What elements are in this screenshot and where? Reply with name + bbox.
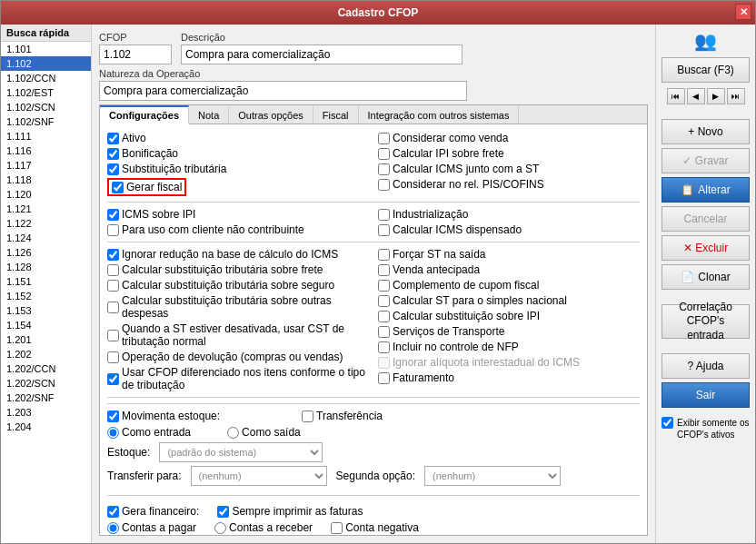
sidebar-item[interactable]: 1.101 bbox=[1, 42, 91, 56]
check-calc-st-despesas[interactable]: Calcular substituição tributária sobre o… bbox=[107, 294, 369, 320]
clonar-button[interactable]: 📄 Clonar bbox=[662, 264, 750, 290]
alterar-button[interactable]: 📋 Alterar bbox=[662, 177, 750, 203]
sidebar-item[interactable]: 1.102/EST bbox=[1, 85, 91, 100]
nav-last-button[interactable]: ⏭ bbox=[727, 88, 745, 104]
sidebar-item[interactable]: 1.202 bbox=[1, 347, 91, 361]
check-considerar-venda[interactable]: Considerar como venda bbox=[378, 132, 640, 144]
check-substituicao[interactable]: Substituição tributária bbox=[107, 163, 369, 175]
check-cfop-diferenciado[interactable]: Usar CFOP diferenciado nos itens conform… bbox=[107, 366, 369, 391]
transferir-select[interactable]: (nenhum) bbox=[191, 466, 327, 486]
sair-button[interactable]: Sair bbox=[662, 382, 750, 408]
sidebar-item[interactable]: 1.102/CCN bbox=[1, 71, 91, 85]
nav-first-button[interactable]: ⏮ bbox=[667, 88, 685, 104]
segunda-opcao-select[interactable]: (nenhum) bbox=[424, 466, 561, 486]
gravar-button[interactable]: ✓ Gravar bbox=[662, 148, 750, 173]
buscar-button[interactable]: Buscar (F3) bbox=[662, 57, 750, 83]
check-pis-cofins[interactable]: Considerar no rel. PIS/COFINS bbox=[378, 178, 640, 191]
close-button[interactable]: ✕ bbox=[735, 4, 751, 20]
check-cst-normal[interactable]: Quando a ST estiver desativada, usar CST… bbox=[107, 322, 369, 348]
check-venda-antecipada[interactable]: Venda antecipada bbox=[378, 263, 640, 276]
check-icms-dispensado[interactable]: Calcular ICMS dispensado bbox=[378, 223, 640, 236]
sidebar-item[interactable]: 1.102/SNF bbox=[1, 114, 91, 129]
radio-como-saida[interactable]: Como saída bbox=[227, 426, 301, 439]
check-calc-st-seguro[interactable]: Calcular substituição tributária sobre s… bbox=[107, 279, 369, 292]
tab-fiscal[interactable]: Fiscal bbox=[313, 105, 359, 124]
check-calc-st-frete[interactable]: Calcular substituição tributária sobre f… bbox=[107, 263, 369, 276]
check-gera-financeiro[interactable]: Gera financeiro: bbox=[107, 505, 199, 518]
radio-como-entrada[interactable]: Como entrada bbox=[107, 426, 191, 439]
sidebar-item[interactable]: 1.102 bbox=[1, 56, 91, 71]
sidebar-item[interactable]: 1.202/CCN bbox=[1, 361, 91, 376]
sidebar-item[interactable]: 1.102/SCN bbox=[1, 100, 91, 114]
sidebar-item[interactable]: 1.124 bbox=[1, 231, 91, 245]
separator3 bbox=[662, 342, 750, 350]
ajuda-button[interactable]: ? Ajuda bbox=[662, 353, 750, 379]
sidebar-item[interactable]: 1.128 bbox=[1, 260, 91, 274]
check-cliente-nc[interactable]: Para uso com cliente não contribuinte bbox=[107, 223, 369, 236]
sidebar-item[interactable]: 1.117 bbox=[1, 158, 91, 173]
check-bonificacao[interactable]: Bonificação bbox=[107, 147, 369, 160]
check-forcar-st[interactable]: Forçar ST na saída bbox=[378, 248, 640, 261]
check-servicos-transporte[interactable]: Serviços de Transporte bbox=[378, 325, 640, 338]
check-nfp[interactable]: Incluir no controle de NFP bbox=[378, 341, 640, 353]
alterar-label: Alterar bbox=[698, 183, 730, 196]
nav-next-button[interactable]: ▶ bbox=[707, 88, 725, 104]
check-ipi-frete[interactable]: Calcular IPI sobre frete bbox=[378, 147, 640, 160]
novo-button[interactable]: + Novo bbox=[662, 119, 750, 144]
check-ativo[interactable]: Ativo bbox=[107, 132, 369, 144]
sidebar-item[interactable]: 1.203 bbox=[1, 405, 91, 420]
estoque-select[interactable]: (padrão do sistema) bbox=[159, 442, 323, 462]
sidebar-item[interactable]: 1.153 bbox=[1, 303, 91, 318]
tab-nota[interactable]: Nota bbox=[189, 105, 229, 124]
exibir-row: Exibir somente os CFOP's ativos bbox=[662, 417, 750, 440]
check-ignorar-reducao[interactable]: Ignorar redução na base de cálculo do IC… bbox=[107, 248, 369, 261]
check-conta-negativa[interactable]: Conta negativa bbox=[331, 521, 419, 534]
check-sempre-imprimir[interactable]: Sempre imprimir as faturas bbox=[217, 505, 363, 518]
sidebar-item[interactable]: 1.202/SNF bbox=[1, 391, 91, 405]
check-devolucao[interactable]: Operação de devolução (compras ou vendas… bbox=[107, 351, 369, 363]
sidebar-item[interactable]: 1.204 bbox=[1, 420, 91, 434]
tab-integração-com-outros-sistemas[interactable]: Integração com outros sistemas bbox=[359, 105, 520, 124]
check-faturamento[interactable]: Faturamento bbox=[378, 371, 640, 384]
sidebar-item[interactable]: 1.122 bbox=[1, 216, 91, 231]
sidebar-item[interactable]: 1.120 bbox=[1, 187, 91, 202]
check-industrializacao[interactable]: Industrialização bbox=[378, 208, 640, 221]
check-icms-ipi[interactable]: ICMS sobre IPI bbox=[107, 208, 369, 221]
sidebar-item[interactable]: 1.151 bbox=[1, 274, 91, 289]
natureza-input[interactable] bbox=[99, 81, 467, 101]
tab-outras-opções[interactable]: Outras opções bbox=[229, 105, 313, 124]
check-movimenta-estoque[interactable]: Movimenta estoque: bbox=[107, 410, 220, 422]
sidebar-item[interactable]: 1.118 bbox=[1, 173, 91, 187]
nav-prev-button[interactable]: ◀ bbox=[687, 88, 705, 104]
sidebar-item[interactable]: 1.116 bbox=[1, 143, 91, 158]
sidebar-item[interactable]: 1.202/SCN bbox=[1, 376, 91, 391]
radio-contas-pagar[interactable]: Contas a pagar bbox=[107, 521, 196, 534]
sidebar-item[interactable]: 1.152 bbox=[1, 289, 91, 303]
check-st-ipi[interactable]: Calcular substituição sobre IPI bbox=[378, 310, 640, 322]
tab-configurações[interactable]: Configurações bbox=[100, 105, 189, 124]
entrada-saida-row: Como entrada Como saída bbox=[107, 426, 640, 439]
excluir-button[interactable]: ✕ Excluir bbox=[662, 235, 750, 261]
sidebar-item[interactable]: 1.154 bbox=[1, 318, 91, 332]
descricao-input[interactable] bbox=[181, 45, 463, 64]
sidebar-item[interactable]: 1.111 bbox=[1, 129, 91, 143]
correlacao-button[interactable]: CorrelaçãoCFOP's entrada bbox=[662, 304, 750, 339]
divider1 bbox=[107, 202, 640, 203]
sidebar-item[interactable]: 1.121 bbox=[1, 202, 91, 216]
cancelar-button[interactable]: Cancelar bbox=[662, 206, 750, 232]
radio-contas-receber[interactable]: Contas a receber bbox=[214, 521, 313, 534]
check-gerar-fiscal[interactable]: Gerar fiscal bbox=[107, 178, 186, 196]
exibir-checkbox[interactable] bbox=[662, 417, 673, 429]
title-bar: Cadastro CFOP ✕ bbox=[1, 1, 755, 25]
check-cupom-fiscal[interactable]: Complemento de cupom fiscal bbox=[378, 279, 640, 292]
divider4 bbox=[107, 495, 640, 496]
sidebar-item[interactable]: 1.201 bbox=[1, 332, 91, 347]
cfop-input[interactable] bbox=[99, 45, 172, 64]
check-st-simples[interactable]: Calcular ST para o simples nacional bbox=[378, 294, 640, 307]
sidebar-item[interactable]: 1.126 bbox=[1, 245, 91, 260]
people-icon: 👥 bbox=[694, 31, 717, 51]
check-icms-st[interactable]: Calcular ICMS junto com a ST bbox=[378, 163, 640, 175]
check-transferencia[interactable]: Transferência bbox=[302, 410, 383, 422]
center-panel: CFOP Descrição Natureza da Operação Conf… bbox=[92, 25, 655, 543]
sidebar: Busca rápida 1.1011.1021.102/CCN1.102/ES… bbox=[1, 25, 92, 543]
